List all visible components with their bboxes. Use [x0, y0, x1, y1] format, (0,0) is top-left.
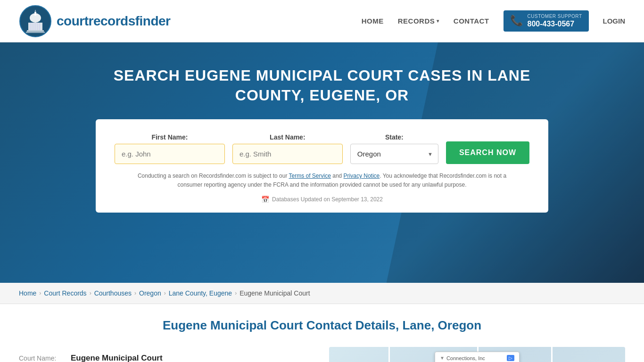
breadcrumb-sep-1: ›	[39, 290, 41, 296]
breadcrumb-sep-2: ›	[90, 290, 91, 296]
phone-icon: 📞	[510, 15, 523, 27]
first-name-label: First Name:	[115, 133, 225, 141]
breadcrumb-home[interactable]: Home	[19, 289, 36, 297]
breadcrumb-sep-5: ›	[235, 290, 237, 296]
calendar-icon: 📅	[261, 196, 269, 203]
support-label: CUSTOMER SUPPORT	[528, 13, 582, 19]
search-box: First Name: Last Name: State: AlabamaAla…	[96, 119, 548, 212]
disclaimer-text: Conducting a search on Recordsfinder.com…	[133, 172, 511, 189]
nav-contact[interactable]: CONTACT	[454, 17, 489, 25]
svg-rect-5	[30, 23, 31, 30]
breadcrumb-courthouses[interactable]: Courthouses	[94, 289, 132, 297]
nav-home[interactable]: HOME	[362, 17, 384, 25]
map-placeholder: St. Mary Catholic Church ▼ Connections, …	[329, 347, 625, 362]
logo-text: courtrecordsfinder	[57, 14, 171, 29]
site-header: courtrecordsfinder HOME RECORDS ▾ CONTAC…	[0, 0, 644, 42]
svg-rect-9	[37, 23, 38, 30]
search-fields: First Name: Last Name: State: AlabamaAla…	[115, 133, 529, 164]
nav-login[interactable]: LOGIN	[603, 17, 626, 25]
breadcrumb-current: Eugene Municipal Court	[239, 289, 310, 297]
last-name-input[interactable]	[232, 144, 343, 164]
breadcrumb-oregon[interactable]: Oregon	[139, 289, 161, 297]
court-name-row: Court Name: Eugene Municipal Court	[19, 347, 315, 362]
db-update: 📅 Databases Updated on September 13, 202…	[115, 196, 529, 203]
hero-section: SEARCH EUGENE MUNICIPAL COURT CASES IN L…	[0, 42, 644, 283]
state-group: State: AlabamaAlaskaArizonaArkansasCalif…	[350, 133, 438, 164]
support-number: 800-433-0567	[528, 19, 582, 29]
details-table: Court Name: Eugene Municipal Court State…	[19, 347, 315, 362]
logo[interactable]: courtrecordsfinder	[19, 5, 171, 38]
terms-link[interactable]: Terms of Service	[289, 173, 331, 179]
nav-records[interactable]: RECORDS ▾	[398, 17, 439, 25]
breadcrumb-lane-county[interactable]: Lane County, Eugene	[169, 289, 232, 297]
svg-rect-2	[34, 12, 36, 16]
breadcrumb-court-records[interactable]: Court Records	[44, 289, 86, 297]
svg-rect-6	[32, 23, 33, 30]
svg-rect-12	[26, 32, 45, 33]
logo-icon	[19, 5, 52, 38]
map-popup: ▼ Connections, Inc ▷ 42°02'50.9"N 123°05…	[435, 352, 520, 362]
first-name-group: First Name:	[115, 133, 225, 164]
last-name-group: Last Name:	[232, 133, 343, 164]
breadcrumb-sep-4: ›	[164, 290, 166, 296]
breadcrumb-sep-3: ›	[134, 290, 136, 296]
svg-rect-3	[35, 10, 36, 12]
first-name-input[interactable]	[115, 144, 225, 164]
privacy-link[interactable]: Privacy Notice	[344, 173, 380, 179]
chevron-down-icon: ▾	[437, 18, 439, 24]
svg-rect-10	[39, 23, 40, 30]
support-box[interactable]: 📞 CUSTOMER SUPPORT 800-433-0567	[504, 10, 589, 32]
map-container[interactable]: St. Mary Catholic Church ▼ Connections, …	[329, 347, 625, 362]
svg-rect-11	[27, 30, 44, 32]
state-select[interactable]: AlabamaAlaskaArizonaArkansasCaliforniaCo…	[350, 144, 438, 164]
court-name-value: Eugene Municipal Court	[71, 354, 163, 362]
state-label: State:	[350, 133, 438, 141]
breadcrumb: Home › Court Records › Courthouses › Ore…	[0, 283, 644, 304]
search-button[interactable]: SEARCH NOW	[446, 141, 529, 164]
main-content: Eugene Municipal Court Contact Details, …	[0, 304, 644, 362]
section-title: Eugene Municipal Court Contact Details, …	[19, 318, 625, 333]
last-name-label: Last Name:	[232, 133, 343, 141]
content-grid: Court Name: Eugene Municipal Court State…	[19, 347, 625, 362]
svg-rect-7	[33, 23, 34, 30]
main-nav: HOME RECORDS ▾ CONTACT 📞 CUSTOMER SUPPOR…	[362, 10, 625, 32]
court-name-label: Court Name:	[19, 354, 66, 362]
svg-rect-8	[35, 23, 36, 30]
hero-title: SEARCH EUGENE MUNICIPAL COURT CASES IN L…	[110, 66, 534, 105]
